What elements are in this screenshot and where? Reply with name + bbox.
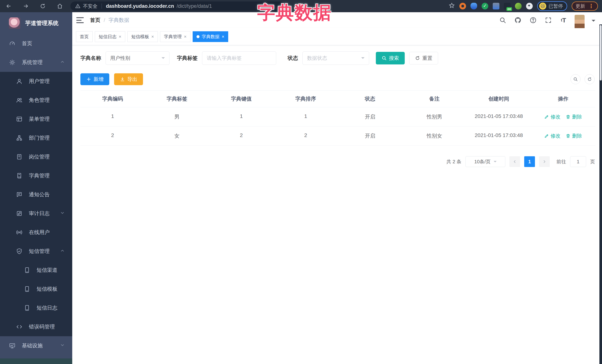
tab-home[interactable]: 首页 xyxy=(76,31,93,42)
edit-link[interactable]: 修改 xyxy=(544,132,560,139)
sidebar-item-menus[interactable]: 菜单管理 xyxy=(0,110,72,128)
annotation-title: 字典数据 xyxy=(257,1,332,25)
sidebar-item-announcements[interactable]: 通知公告 xyxy=(0,185,72,204)
announcement-icon xyxy=(16,191,22,198)
sidebar-item-system[interactable]: 系统管理 xyxy=(0,53,72,72)
next-page-button[interactable] xyxy=(539,156,550,167)
sidebar-item-sms[interactable]: 短信管理 xyxy=(0,242,72,261)
export-button[interactable]: 导出 xyxy=(114,73,143,85)
tab-close-icon[interactable]: × xyxy=(151,34,154,39)
extension-icon-blue-gray[interactable] xyxy=(493,3,499,10)
sidebar-item-departments[interactable]: 部门管理 xyxy=(0,128,72,147)
tab-close-icon[interactable]: × xyxy=(222,34,224,39)
scrollbar-thumb[interactable] xyxy=(600,25,602,81)
breadcrumb-home[interactable]: 首页 xyxy=(90,17,100,24)
add-button[interactable]: 新增 xyxy=(80,73,109,85)
dict-tag-input-wrap xyxy=(202,52,276,65)
sidebar-item-audit-log[interactable]: 审计日志 xyxy=(0,204,72,223)
sidebar-item-error-codes[interactable]: 错误码管理 xyxy=(0,317,72,336)
dict-tag-input[interactable] xyxy=(207,55,271,61)
phone-icon xyxy=(24,305,30,311)
sidebar-item-sms-channel[interactable]: 短信渠道 xyxy=(0,261,72,280)
refresh-icon xyxy=(587,77,592,82)
chevron-right-icon xyxy=(542,159,547,164)
active-tab-dot xyxy=(196,35,200,38)
refresh-table-button[interactable] xyxy=(585,74,595,84)
phone-icon xyxy=(24,286,30,292)
select-arrow-icon xyxy=(361,57,365,61)
bookmark-star-icon[interactable] xyxy=(449,2,455,10)
tab-close-icon[interactable]: × xyxy=(119,34,121,39)
avatar-caret-icon[interactable] xyxy=(592,20,595,23)
top-navbar: 首页 / 字典数据 tT xyxy=(72,12,602,28)
logo-image xyxy=(9,17,20,29)
tab-dict-data[interactable]: 字典数据 × xyxy=(193,31,228,42)
sidebar-item-roles[interactable]: 角色管理 xyxy=(0,91,72,110)
browser-forward-icon[interactable] xyxy=(22,3,29,10)
dict-name-select[interactable]: 用户性别 xyxy=(106,52,170,65)
col-header-status: 状态 xyxy=(338,91,402,107)
page-size-select[interactable]: 10条/页 xyxy=(465,156,505,167)
goto-page-input[interactable] xyxy=(570,156,586,167)
search-icon[interactable] xyxy=(499,16,507,24)
extension-icon-green[interactable] xyxy=(515,3,522,10)
dict-data-table: 字典编码 字典标签 字典键值 字典排序 状态 备注 创建时间 操作 1 男 1 … xyxy=(80,90,595,146)
font-size-icon[interactable]: tT xyxy=(559,16,568,24)
browser-back-icon[interactable] xyxy=(5,3,12,10)
browser-home-icon[interactable] xyxy=(56,3,63,10)
delete-link[interactable]: 删除 xyxy=(566,113,582,120)
roles-icon xyxy=(16,97,22,104)
extension-on-badge: on xyxy=(506,7,512,11)
status-label: 状态 xyxy=(288,55,298,62)
select-arrow-icon xyxy=(494,161,497,164)
edit-pencil-icon xyxy=(544,114,549,119)
sidebar: 芋道管理系统 首页 系统管理 用户管理 角色管理 菜单管理 部门管理 xyxy=(0,12,72,364)
download-icon xyxy=(120,77,125,82)
sidebar-item-dict[interactable]: 字典管理 xyxy=(0,166,72,185)
search-button[interactable]: 搜索 xyxy=(376,52,405,64)
sidebar-item-sms-template[interactable]: 短信模板 xyxy=(0,280,72,299)
page-number-1[interactable]: 1 xyxy=(524,156,535,167)
breadcrumb-separator: / xyxy=(104,17,105,23)
extension-icon-green-check[interactable] xyxy=(482,3,488,10)
address-bar[interactable]: 不安全 dashboard.yudao.iocoder.cn/dict/type… xyxy=(70,1,285,11)
sidebar-item-users[interactable]: 用户管理 xyxy=(0,72,72,91)
dashboard-icon xyxy=(9,40,16,47)
app-title: 芋道管理系统 xyxy=(25,20,59,27)
sidebar-logo[interactable]: 芋道管理系统 xyxy=(0,12,72,34)
tab-close-icon[interactable]: × xyxy=(184,34,186,39)
delete-link[interactable]: 删除 xyxy=(566,132,582,139)
extension-icon-orange[interactable] xyxy=(459,3,466,10)
browser-update-button[interactable]: 更新 ⋮ xyxy=(572,1,598,11)
extension-icon-puzzle[interactable] xyxy=(526,3,533,10)
edit-pencil-icon xyxy=(544,134,549,138)
toggle-search-button[interactable] xyxy=(570,74,580,84)
sidebar-item-posts[interactable]: 岗位管理 xyxy=(0,147,72,166)
tab-sms-template[interactable]: 短信模板 × xyxy=(128,31,158,42)
browser-reload-icon[interactable] xyxy=(39,3,46,10)
github-icon[interactable] xyxy=(514,16,522,24)
sidebar-item-infrastructure[interactable]: 基础设施 xyxy=(0,336,72,355)
col-header-remark: 备注 xyxy=(402,91,467,107)
help-icon[interactable] xyxy=(529,16,537,24)
hamburger-icon[interactable] xyxy=(76,16,84,24)
col-header-sort: 字典排序 xyxy=(274,91,338,107)
browser-scrollbar[interactable] xyxy=(599,24,602,364)
edit-link[interactable]: 修改 xyxy=(544,113,560,120)
monitor-icon xyxy=(9,342,16,349)
fullscreen-icon[interactable] xyxy=(544,16,552,24)
tab-dict-manage[interactable]: 字典管理 × xyxy=(160,31,190,42)
extension-icon-dark-on[interactable]: on xyxy=(504,3,510,10)
extension-icon-blue-drop[interactable] xyxy=(471,3,477,10)
status-select[interactable]: 数据状态 xyxy=(302,52,369,65)
sidebar-item-home[interactable]: 首页 xyxy=(0,34,72,53)
prev-page-button[interactable] xyxy=(509,156,520,167)
sidebar-item-online-users[interactable]: 在线用户 xyxy=(0,223,72,242)
security-label[interactable]: 不安全 xyxy=(83,3,97,10)
sidebar-item-sms-log[interactable]: 短信日志 xyxy=(0,299,72,317)
browser-menu-kebab-icon[interactable]: ⋮ xyxy=(589,3,594,9)
col-header-value: 字典键值 xyxy=(209,91,274,107)
profile-paused-button[interactable]: 😆 已暂停 xyxy=(537,1,567,11)
tab-sms-log[interactable]: 短信日志 × xyxy=(95,31,125,42)
reset-button[interactable]: 重置 xyxy=(409,52,438,64)
